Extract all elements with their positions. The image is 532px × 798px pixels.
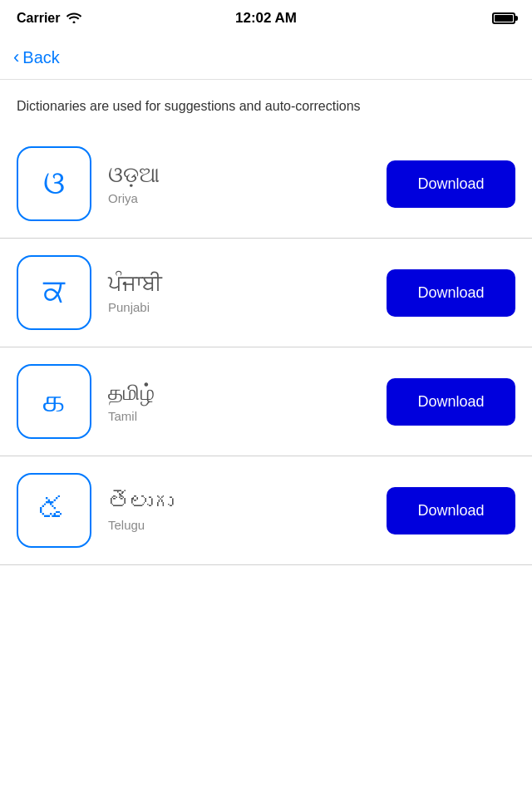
lang-info-telugu: తెలుగు Telugu — [108, 489, 370, 532]
back-button[interactable]: ‹ Back — [13, 47, 60, 68]
lang-icon-punjabi: ਕ — [17, 255, 91, 330]
lang-script-tamil: தமிழ் — [108, 380, 155, 406]
lang-name-oriya: Oriya — [108, 191, 138, 205]
language-list: ଓ ଓଡ଼ଆ Oriya Download ਕ ਪੰਜਾਬੀ Punjabi D… — [0, 130, 532, 565]
lang-script-telugu: తెలుగు — [108, 489, 173, 515]
lang-name-telugu: Telugu — [108, 518, 145, 532]
lang-icon-oriya: ଓ — [17, 146, 91, 221]
lang-icon-tamil: க — [17, 364, 91, 439]
status-bar: Carrier 12:02 AM — [0, 0, 532, 37]
status-left: Carrier — [17, 11, 81, 26]
download-button-tamil[interactable]: Download — [387, 378, 515, 426]
language-item-oriya: ଓ ଓଡ଼ଆ Oriya Download — [0, 130, 532, 239]
lang-info-oriya: ଓଡ଼ଆ Oriya — [108, 162, 370, 205]
battery-icon — [492, 12, 515, 24]
status-time: 12:02 AM — [235, 10, 297, 27]
wifi-icon — [66, 12, 81, 26]
download-button-punjabi[interactable]: Download — [387, 269, 515, 317]
back-label: Back — [22, 48, 59, 67]
language-item-telugu: డ తెలుగు Telugu Download — [0, 456, 532, 565]
description-text: Dictionaries are used for suggestions an… — [0, 80, 532, 130]
lang-script-oriya: ଓଡ଼ଆ — [108, 162, 160, 188]
language-item-punjabi: ਕ ਪੰਜਾਬੀ Punjabi Download — [0, 239, 532, 347]
lang-name-punjabi: Punjabi — [108, 300, 150, 314]
nav-bar: ‹ Back — [0, 37, 532, 80]
lang-icon-telugu: డ — [17, 473, 91, 548]
lang-name-tamil: Tamil — [108, 409, 137, 423]
carrier-label: Carrier — [17, 11, 60, 26]
download-button-telugu[interactable]: Download — [387, 487, 515, 534]
lang-info-punjabi: ਪੰਜਾਬੀ Punjabi — [108, 271, 370, 314]
lang-script-punjabi: ਪੰਜਾਬੀ — [108, 271, 162, 297]
language-item-tamil: க தமிழ் Tamil Download — [0, 347, 532, 456]
lang-info-tamil: தமிழ் Tamil — [108, 380, 370, 423]
back-chevron-icon: ‹ — [13, 47, 19, 68]
download-button-oriya[interactable]: Download — [387, 160, 515, 208]
status-right — [492, 12, 515, 24]
